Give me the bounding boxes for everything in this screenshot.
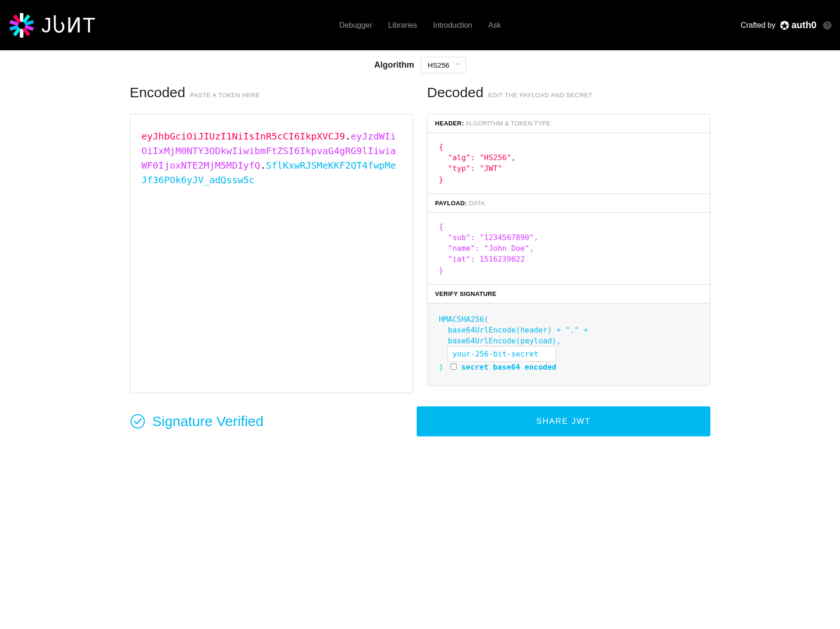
top-nav: JႱͶT Debugger Libraries Introduction Ask… — [0, 0, 840, 50]
token-dot: . — [260, 160, 266, 171]
nav-debugger[interactable]: Debugger — [339, 21, 372, 30]
auth0-text: auth0 — [792, 20, 817, 31]
check-circle-icon — [130, 413, 146, 429]
jwt-logo-icon — [8, 12, 35, 39]
crafted-by: Crafted by auth0 ? — [741, 20, 832, 31]
signature-section-title: VERIFY SIGNATURE — [428, 285, 710, 303]
header-section: HEADER: ALGORITHM & TOKEN TYPE { "alg": … — [428, 114, 710, 194]
secret-base64-checkbox[interactable] — [451, 364, 457, 370]
auth0-logo[interactable]: auth0 — [779, 20, 817, 31]
decoded-title: Decoded — [427, 85, 483, 101]
crafted-label: Crafted by — [741, 21, 776, 30]
payload-section: PAYLOAD: DATA { "sub": "1234567890", "na… — [428, 194, 710, 285]
signature-section: VERIFY SIGNATURE HMACSHA256( base64UrlEn… — [428, 285, 710, 386]
main-nav: Debugger Libraries Introduction Ask — [339, 21, 501, 30]
algorithm-bar: Algorithm HS256 — [0, 50, 840, 85]
share-jwt-button[interactable]: SHARE JWT — [417, 406, 710, 436]
payload-section-title: PAYLOAD: DATA — [428, 194, 710, 213]
signature-body: HMACSHA256( base64UrlEncode(header) + ".… — [428, 303, 710, 386]
svg-rect-0 — [20, 13, 23, 22]
signature-verified-status: Signature Verified — [130, 413, 403, 429]
auth0-shield-icon — [779, 20, 790, 31]
algorithm-select[interactable]: HS256 — [421, 57, 466, 73]
header-editor[interactable]: { "alg": "HS256", "typ": "JWT" } — [428, 133, 710, 194]
decoded-pane: Decoded EDIT THE PAYLOAD AND SECRET HEAD… — [427, 85, 710, 393]
encoded-subtitle: PASTE A TOKEN HERE — [190, 92, 260, 99]
logo[interactable]: JႱͶT — [8, 12, 96, 39]
secret-base64-label: secret base64 encoded — [461, 363, 556, 372]
nav-libraries[interactable]: Libraries — [388, 21, 417, 30]
payload-editor[interactable]: { "sub": "1234567890", "name": "John Doe… — [428, 213, 710, 284]
decoded-subtitle: EDIT THE PAYLOAD AND SECRET — [488, 92, 592, 99]
token-header-segment: eyJhbGciOiJIUzI1NiIsInR5cCI6IkpXVCJ9 — [141, 131, 345, 142]
token-dot: . — [345, 131, 350, 142]
verified-label: Signature Verified — [152, 413, 264, 429]
nav-ask[interactable]: Ask — [488, 21, 501, 30]
svg-rect-1 — [20, 29, 23, 38]
svg-point-11 — [131, 415, 144, 428]
secret-input[interactable] — [447, 346, 556, 362]
encoded-title: Encoded — [130, 85, 185, 101]
jwt-logo-text: JႱͶT — [41, 13, 96, 37]
encoded-token-input[interactable]: eyJhbGciOiJIUzI1NiIsInR5cCI6IkpXVCJ9.eyJ… — [130, 114, 413, 393]
nav-introduction[interactable]: Introduction — [433, 21, 473, 30]
header-section-title: HEADER: ALGORITHM & TOKEN TYPE — [428, 114, 710, 133]
algorithm-label: Algorithm — [374, 60, 414, 70]
help-icon[interactable]: ? — [823, 21, 832, 30]
encoded-pane: Encoded PASTE A TOKEN HERE eyJhbGciOiJIU… — [130, 85, 413, 393]
